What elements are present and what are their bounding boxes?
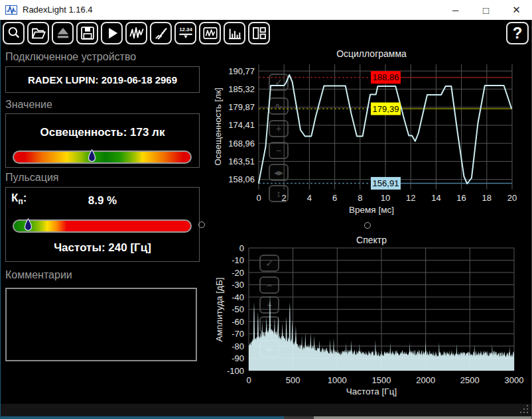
svg-text:2000: 2000 [416, 375, 435, 385]
oscillogram-title: Осциллограмма [211, 48, 532, 59]
svg-text:168,96: 168,96 [228, 139, 255, 149]
svg-text:1500: 1500 [372, 375, 391, 385]
illuminance-value: Освещенность: 173 лк [6, 126, 199, 139]
svg-text:3000: 3000 [505, 375, 524, 385]
bottom-strip [0, 416, 532, 419]
pulsation-section-label: Пульсация [5, 172, 58, 184]
record-oscillogram-button[interactable] [125, 22, 147, 44]
splitter-handle[interactable] [198, 221, 205, 228]
svg-text:190,77: 190,77 [228, 66, 255, 76]
svg-text:2: 2 [282, 193, 287, 203]
illuminance-scale-bar [13, 150, 192, 164]
svg-text:-100: -100 [227, 366, 244, 376]
bottom-strip-segment [314, 416, 532, 419]
svg-text:16: 16 [456, 193, 466, 203]
layout-icon [251, 25, 268, 42]
window-title: RadexLight 1.16.4 [23, 5, 93, 15]
pulsation-box: Кп: 8.9 % Частоты: 240 [Гц] [5, 187, 200, 262]
svg-text:12: 12 [406, 193, 415, 203]
numeric-display-icon: 12.34 [176, 24, 195, 42]
minimize-button[interactable]: ─ [440, 0, 470, 20]
frequency-value: Частоты: 240 [Гц] [6, 241, 199, 255]
play-button[interactable] [101, 22, 123, 44]
svg-text:500: 500 [286, 375, 300, 385]
device-section-label: Подключенное устройство [5, 51, 136, 63]
bottom-strip-segment [284, 416, 314, 419]
device-name: RADEX LUPIN: 2019-06-18 2969 [28, 74, 177, 86]
svg-text:-40: -40 [232, 292, 244, 302]
svg-text:0: 0 [256, 193, 261, 203]
comments-input[interactable] [5, 288, 197, 361]
save-button[interactable] [76, 22, 98, 44]
play-icon [103, 25, 121, 42]
svg-text:18: 18 [482, 193, 492, 203]
svg-text:-80: -80 [232, 341, 244, 351]
pulsation-scale-bar [13, 219, 192, 233]
svg-text:8: 8 [358, 193, 362, 203]
svg-text:12.34: 12.34 [179, 27, 192, 32]
svg-text:-70: -70 [232, 329, 244, 339]
svg-text:-20: -20 [232, 268, 244, 278]
svg-text:2500: 2500 [460, 375, 480, 385]
comments-section-label: Комментарии [5, 269, 72, 281]
zoom-tool-button[interactable] [3, 22, 25, 44]
layout-view-button[interactable] [248, 22, 270, 44]
svg-text:163,51: 163,51 [228, 156, 255, 166]
svg-text:156,91: 156,91 [373, 178, 399, 188]
zoom-tool-icon [5, 25, 23, 42]
svg-text:185,32: 185,32 [228, 84, 255, 94]
svg-text:20: 20 [507, 193, 517, 203]
spectrum-view-button[interactable] [224, 22, 245, 44]
svg-text:179,87: 179,87 [228, 102, 255, 112]
close-button[interactable]: ✕ [501, 0, 531, 20]
eject-icon [54, 25, 72, 42]
svg-text:-90: -90 [232, 353, 244, 363]
svg-text:-60: -60 [232, 317, 244, 327]
svg-text:179,39: 179,39 [373, 104, 399, 114]
svg-text:-10: -10 [232, 255, 244, 265]
svg-text:6: 6 [332, 193, 337, 203]
svg-text:174,41: 174,41 [228, 120, 255, 130]
bar-chart-icon [226, 25, 243, 42]
illuminance-box: Освещенность: 173 лк [5, 113, 200, 168]
svg-text:-50: -50 [232, 304, 244, 314]
oscillogram-view-button[interactable] [199, 22, 221, 44]
sweep-button[interactable] [150, 22, 172, 44]
sweep-icon [153, 25, 170, 42]
bottom-strip-segment [0, 416, 284, 419]
svg-text:0: 0 [246, 375, 251, 385]
pulsation-marker-icon [24, 218, 33, 233]
svg-text:158,06: 158,06 [228, 174, 255, 184]
help-button[interactable]: ? [506, 22, 529, 44]
value-section-label: Значение [5, 99, 52, 111]
status-bar [0, 404, 532, 416]
resize-grip[interactable] [520, 405, 529, 414]
kp-value: 8.9 % [6, 194, 199, 208]
device-name-box: RADEX LUPIN: 2019-06-18 2969 [5, 66, 200, 93]
svg-text:1000: 1000 [328, 375, 347, 385]
save-icon [79, 25, 96, 42]
svg-text:188,86: 188,86 [373, 72, 399, 82]
svg-text:4: 4 [307, 193, 312, 203]
illuminance-marker-icon [88, 149, 96, 164]
svg-text:-30: -30 [232, 280, 244, 290]
title-bar: RadexLight 1.16.4 ─ □ ✕ [0, 0, 532, 20]
toolbar: 12.34 ? [0, 20, 532, 48]
open-folder-icon [30, 25, 47, 42]
spectrum-chart[interactable]: 0500100015002000250030000-10-20-30-40-50… [211, 233, 532, 398]
oscillogram-squiggle-icon [128, 25, 145, 42]
eject-device-button[interactable] [52, 22, 74, 44]
window-border-left [0, 20, 1, 419]
app-icon [5, 4, 17, 16]
svg-text:14: 14 [431, 193, 440, 203]
waveform-box-icon [202, 25, 219, 42]
open-file-button[interactable] [27, 22, 49, 44]
numeric-display-button[interactable]: 12.34 [174, 22, 196, 44]
maximize-button[interactable]: □ [471, 0, 501, 20]
svg-text:0: 0 [239, 243, 244, 253]
oscillogram-chart[interactable]: 02468101214161820190,77185,32179,87174,4… [211, 58, 532, 224]
svg-text:10: 10 [381, 193, 390, 203]
